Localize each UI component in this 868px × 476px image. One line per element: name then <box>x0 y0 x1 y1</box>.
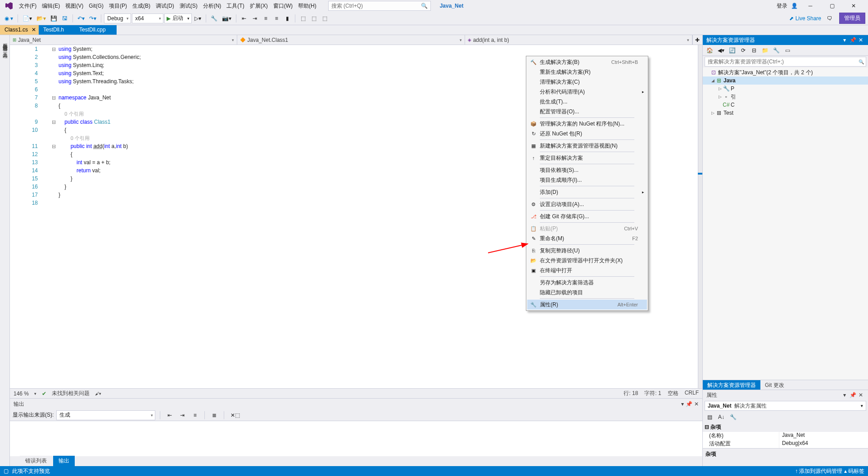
tab-testdll-cpp[interactable]: TestDll.cpp <box>75 25 117 35</box>
split-button[interactable]: ✚ <box>692 35 702 45</box>
crlf-indicator[interactable]: CRLF <box>685 390 699 397</box>
se-properties-icon[interactable]: 🔧 <box>771 45 782 55</box>
tb8[interactable]: ⬚ <box>298 13 308 23</box>
issues-text[interactable]: 未找到相关问题 <box>52 390 90 397</box>
tree-node-c[interactable]: C#C <box>703 101 868 109</box>
se-home-icon[interactable]: 🏠 <box>705 45 715 55</box>
nav-method[interactable]: ◈add(int a, int b) <box>465 35 692 45</box>
menu-test[interactable]: 测试(S) <box>177 0 200 12</box>
menu-tools[interactable]: 工具(T) <box>224 0 247 12</box>
fold-column[interactable]: ⊟⊟⊟⊟ <box>50 45 57 388</box>
ctx-copypath[interactable]: ⎘复制完整路径(U) <box>527 246 647 256</box>
ctx-properties[interactable]: 🔧属性(R)Alt+Enter <box>527 300 647 310</box>
se-preview-icon[interactable]: ▭ <box>782 45 792 55</box>
tab-class1[interactable]: Class1.cs ✕ <box>0 25 39 35</box>
spaces-indicator[interactable]: 空格 <box>668 390 678 397</box>
se-sync-icon[interactable]: 🔄 <box>727 45 737 55</box>
ctx-terminal[interactable]: ▣在终端中打开 <box>527 265 647 275</box>
ctx-startup[interactable]: ⚙设置启动项目(A)... <box>527 199 647 209</box>
ctx-saveas[interactable]: 另存为解决方案筛选器 <box>527 278 647 287</box>
start-debug-button[interactable]: ▶启动 <box>164 13 192 23</box>
project-node-java[interactable]: ◢⊞Java <box>703 76 868 85</box>
errors-tab[interactable]: 错误列表 <box>20 456 52 466</box>
menu-window[interactable]: 窗口(W) <box>271 0 295 12</box>
open-button[interactable]: 📂▾ <box>35 13 48 23</box>
tree-node-p[interactable]: ▷🔧P <box>703 85 868 93</box>
ot4[interactable]: ≣ <box>209 410 219 420</box>
tb10[interactable]: ⬚ <box>320 13 330 23</box>
properties-grid[interactable]: ⊟ 杂项 (名称)Java_Net 活动配置Debug|x64 <box>703 422 868 448</box>
maximize-button[interactable]: ▢ <box>823 0 841 12</box>
prop-row-name[interactable]: (名称)Java_Net <box>703 432 868 440</box>
ctx-build[interactable]: 🔨生成解决方案(B)Ctrl+Shift+B <box>527 57 647 67</box>
ot3[interactable]: ≡ <box>190 410 200 420</box>
user-icon[interactable]: 👤 <box>791 3 798 9</box>
alphabetical-icon[interactable]: A↓ <box>716 412 726 422</box>
close-icon[interactable]: ✕ <box>32 27 36 33</box>
ot5[interactable]: ✕⬚ <box>229 410 242 420</box>
git-changes-tab[interactable]: Git 更改 <box>760 380 789 390</box>
platform-combo[interactable]: x64 <box>132 13 163 23</box>
ctx-openfolder[interactable]: 📂在文件资源管理器中打开文件夹(X) <box>527 256 647 265</box>
props-object-combo[interactable]: Java_Net解决方案属性 <box>705 401 866 411</box>
back-button[interactable]: ◉ ▾ <box>3 13 15 23</box>
ctx-rename[interactable]: ✎重命名(M)F2 <box>527 234 647 243</box>
debug-target-button[interactable]: ▷▾ <box>193 13 203 23</box>
admin-button[interactable]: 管理员 <box>839 13 865 24</box>
save-button[interactable]: 💾 <box>49 13 59 23</box>
server-explorer-tab[interactable]: 服务器资源管理器 <box>0 37 9 46</box>
menu-view[interactable]: 视图(V) <box>63 0 86 12</box>
minimize-button[interactable]: ─ <box>801 0 819 12</box>
menu-file[interactable]: 文件(F) <box>16 0 39 12</box>
line-indicator[interactable]: 行: 18 <box>624 390 638 397</box>
tb9[interactable]: ⬚ <box>309 13 319 23</box>
save-all-button[interactable]: 🖫 <box>60 13 70 23</box>
col-indicator[interactable]: 字符: 1 <box>644 390 661 397</box>
toolbox-tab[interactable]: 工具箱 <box>0 46 9 53</box>
dropdown-icon[interactable]: ▾ <box>841 37 848 43</box>
output-tab[interactable]: 输出 <box>53 456 75 466</box>
tb4[interactable]: ⇥ <box>250 13 260 23</box>
ctx-deps[interactable]: 项目依赖项(S)... <box>527 165 647 175</box>
ctx-batch[interactable]: 批生成(T)... <box>527 97 647 107</box>
props-category[interactable]: ⊟ 杂项 <box>703 422 868 432</box>
tree-node-ref[interactable]: ▷▫引 <box>703 93 868 101</box>
output-text[interactable] <box>10 421 702 456</box>
scroll-map[interactable] <box>698 45 702 388</box>
ctx-rebuild[interactable]: 重新生成解决方案(R) <box>527 67 647 77</box>
close-icon[interactable]: ✕ <box>857 392 864 398</box>
login-link[interactable]: 登录 <box>777 2 787 10</box>
live-share-button[interactable]: ⬈Live Share <box>787 13 824 23</box>
menu-git[interactable]: Git(G) <box>86 1 106 11</box>
pin-icon[interactable]: 📌 <box>849 37 856 43</box>
menu-debug[interactable]: 调试(D) <box>153 0 177 12</box>
ctx-config[interactable]: 配置管理器(O)... <box>527 107 647 117</box>
ctx-analyze[interactable]: 分析和代码清理(A)▸ <box>527 87 647 97</box>
close-icon[interactable]: ✕ <box>857 37 864 43</box>
se-search-input[interactable]: 搜索解决方案资源管理器(Ctrl+;) <box>705 57 866 67</box>
pin-icon[interactable]: 📌 <box>849 392 856 398</box>
tb2[interactable]: 📷▾ <box>220 13 233 23</box>
feedback-button[interactable]: 🗨 <box>825 13 835 23</box>
tb1[interactable]: 🔧 <box>209 13 219 23</box>
menu-project[interactable]: 项目(P) <box>106 0 130 12</box>
ctx-retarget[interactable]: ↑重定目标解决方案 <box>527 153 647 163</box>
menu-help[interactable]: 帮助(H) <box>295 0 319 12</box>
zoom-level[interactable]: 146 % <box>14 391 29 397</box>
categorized-icon[interactable]: ▤ <box>705 412 714 422</box>
menu-edit[interactable]: 编辑(E) <box>39 0 63 12</box>
redo-button[interactable]: ↷▾ <box>87 13 98 23</box>
nav-class[interactable]: 🔶Java_Net.Class1 <box>237 35 465 45</box>
se-tab[interactable]: 解决方案资源管理器 <box>703 380 760 390</box>
search-input[interactable]: 搜索 (Ctrl+Q)🔍 <box>328 1 431 11</box>
menu-build[interactable]: 生成(B) <box>130 0 153 12</box>
ctx-order[interactable]: 项目生成顺序(I)... <box>527 175 647 185</box>
new-file-button[interactable]: 📄▾ <box>21 13 34 23</box>
output-source-combo[interactable]: 生成 <box>56 410 155 420</box>
undo-button[interactable]: ↶▾ <box>76 13 86 23</box>
ctx-restore[interactable]: ↻还原 NuGet 包(R) <box>527 129 647 139</box>
tb3[interactable]: ⇤ <box>239 13 249 23</box>
ctx-hide[interactable]: 隐藏已卸载的项目 <box>527 287 647 297</box>
ot2[interactable]: ⇥ <box>177 410 187 420</box>
dropdown-icon[interactable]: ▾ <box>841 392 848 398</box>
